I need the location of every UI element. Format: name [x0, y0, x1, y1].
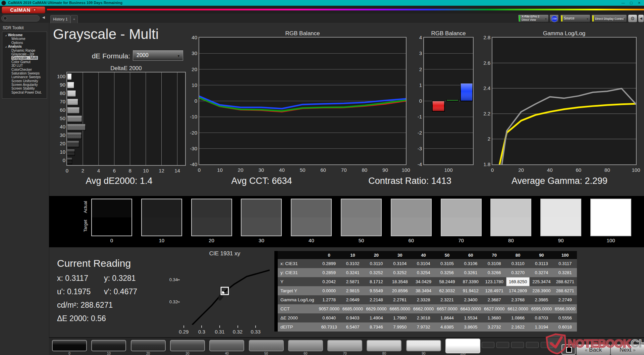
- table-cell[interactable]: 8.7346: [365, 322, 388, 332]
- close-button[interactable]: ✕: [636, 0, 643, 6]
- table-cell[interactable]: 1.4904: [365, 313, 388, 322]
- patch-button-60[interactable]: [288, 340, 323, 351]
- patch-button-90[interactable]: [406, 340, 441, 351]
- patch-thumb[interactable]: [526, 342, 539, 348]
- patch-button-20[interactable]: [131, 340, 166, 351]
- sidebar-item-welcome[interactable]: Welcome: [2, 37, 47, 41]
- patch-button-10[interactable]: [91, 340, 126, 351]
- table-cell[interactable]: 2.3768: [506, 295, 530, 304]
- next-button[interactable]: Next »: [610, 344, 644, 355]
- table-cell[interactable]: 1.8644: [435, 313, 459, 322]
- table-cell[interactable]: 1.3194: [530, 322, 553, 332]
- sidebar-item-saturation-sweeps[interactable]: Saturation Sweeps: [2, 71, 47, 75]
- table-cell[interactable]: 0.5556: [553, 313, 577, 322]
- table-cell[interactable]: 0.3256: [435, 268, 459, 277]
- patch-thumb[interactable]: [511, 342, 524, 348]
- table-cell[interactable]: 0.3104: [412, 259, 435, 268]
- sidebar-item-3d-lut[interactable]: 3D LUT: [2, 64, 47, 67]
- table-cell[interactable]: 0.3110: [365, 259, 388, 268]
- table-cell[interactable]: 6685.0000: [341, 304, 364, 313]
- table-cell[interactable]: 62.3032: [435, 286, 459, 295]
- table-cell[interactable]: 0.3252: [388, 268, 412, 277]
- sidebar-item-screen-uniformity[interactable]: Screen Uniformity: [2, 79, 47, 83]
- sidebar-item-screen-angularity[interactable]: Screen Angularity: [2, 83, 47, 87]
- sidebar-item-dynamic-range[interactable]: Dynamic Range: [2, 49, 47, 52]
- table-cell[interactable]: 228.3900: [530, 286, 553, 295]
- table-cell[interactable]: 0.2042: [317, 277, 341, 286]
- table-cell[interactable]: 2.3018: [412, 313, 435, 322]
- table-cell[interactable]: 38.3494: [412, 286, 435, 295]
- source-selector[interactable]: Source ▼: [560, 14, 590, 22]
- sidebar-item-grayscale-2pt[interactable]: Grayscale - 2pt: [2, 52, 47, 56]
- table-cell[interactable]: 6643.0000: [459, 304, 482, 313]
- table-cell[interactable]: 0.3281: [553, 268, 577, 277]
- table-cell[interactable]: 169.8250: [506, 277, 530, 286]
- table-cell[interactable]: 60.7313: [317, 322, 341, 332]
- table-cell[interactable]: 91.9412: [459, 286, 482, 295]
- table-cell[interactable]: 9.5549: [365, 286, 388, 295]
- meter-reading-badge[interactable]: 238: [549, 14, 559, 22]
- table-cell[interactable]: 1.3680: [482, 313, 506, 322]
- calman-logo-menu[interactable]: CalMAN ▼: [2, 6, 45, 13]
- table-cell[interactable]: 0.0000: [317, 286, 341, 295]
- table-cell[interactable]: 288.6271: [553, 277, 577, 286]
- table-cell[interactable]: 1.2778: [317, 295, 341, 304]
- table-cell[interactable]: 0.3241: [341, 268, 364, 277]
- table-cell[interactable]: 0.3274: [530, 268, 553, 277]
- table-cell[interactable]: 6566.0000: [553, 304, 577, 313]
- table-cell[interactable]: 2.3221: [435, 295, 459, 304]
- table-cell[interactable]: 2.5871: [341, 277, 364, 286]
- patch-button-100[interactable]: [445, 339, 480, 353]
- table-cell[interactable]: 7.9950: [388, 322, 412, 332]
- table-cell[interactable]: 0.2899: [317, 259, 341, 268]
- table-cell[interactable]: 0.3266: [482, 268, 506, 277]
- table-cell[interactable]: 0.3113: [530, 259, 553, 268]
- sidebar-item-screen-stability[interactable]: Screen Stability: [2, 87, 47, 90]
- meter-selector[interactable]: X-Rite i1Pro 2Direct View ▼: [518, 14, 549, 22]
- table-cell[interactable]: 0.6018: [553, 322, 577, 332]
- patch-button-70[interactable]: [327, 340, 362, 351]
- sidebar-item-spectral-power-dist-[interactable]: Spectral Power Dist.: [2, 91, 47, 94]
- sidebar-item-luminance-sweeps[interactable]: Luminance Sweeps: [2, 75, 47, 79]
- sidebar-mode-pill[interactable]: [1, 15, 40, 21]
- sidebar-item-color-gamut[interactable]: Color Gamut: [2, 60, 47, 64]
- table-cell[interactable]: 2.3328: [412, 295, 435, 304]
- table-cell[interactable]: 174.2809: [506, 286, 530, 295]
- table-cell[interactable]: 0.3110: [506, 259, 530, 268]
- patch-button-50[interactable]: [249, 340, 284, 351]
- stop-button[interactable]: [561, 344, 576, 355]
- panel-toggle-button[interactable]: ◀: [638, 14, 644, 22]
- table-cell[interactable]: 20.8596: [388, 286, 412, 295]
- table-cell[interactable]: 0.3105: [435, 259, 459, 268]
- table-cell[interactable]: 18.3548: [388, 277, 412, 286]
- patch-thumb[interactable]: [496, 342, 509, 348]
- table-cell[interactable]: 2.3687: [482, 295, 506, 304]
- patch-thumb[interactable]: [541, 342, 553, 348]
- table-cell[interactable]: 0.3102: [341, 259, 364, 268]
- table-cell[interactable]: 123.1780: [482, 277, 506, 286]
- table-cell[interactable]: 0.3106: [459, 259, 482, 268]
- table-cell[interactable]: 4.8385: [435, 322, 459, 332]
- table-cell[interactable]: 0.3270: [506, 268, 530, 277]
- table-cell[interactable]: 2.2749: [553, 295, 577, 304]
- table-cell[interactable]: 9057.0000: [317, 304, 341, 313]
- table-cell[interactable]: 2.3400: [459, 295, 482, 304]
- table-cell[interactable]: 2.2148: [365, 295, 388, 304]
- minimize-button[interactable]: —: [620, 0, 627, 6]
- table-cell[interactable]: 87.3390: [459, 277, 482, 286]
- table-cell[interactable]: 0.3261: [459, 268, 482, 277]
- table-cell[interactable]: 34.0429: [412, 277, 435, 286]
- table-cell[interactable]: 0.2859: [317, 268, 341, 277]
- patch-button-40[interactable]: [209, 340, 244, 351]
- table-cell[interactable]: 0.3104: [388, 259, 412, 268]
- table-cell[interactable]: 1.7980: [388, 313, 412, 322]
- table-cell[interactable]: 2.1622: [506, 322, 530, 332]
- table-cell[interactable]: 3.2732: [482, 322, 506, 332]
- table-cell[interactable]: 6662.0000: [412, 304, 435, 313]
- patch-thumb[interactable]: [482, 342, 494, 348]
- table-cell[interactable]: 0.3108: [482, 259, 506, 268]
- table-cell[interactable]: 128.4971: [482, 286, 506, 295]
- patch-button-80[interactable]: [367, 340, 401, 351]
- table-cell[interactable]: 2.2761: [388, 295, 412, 304]
- table-cell[interactable]: 8.1712: [365, 277, 388, 286]
